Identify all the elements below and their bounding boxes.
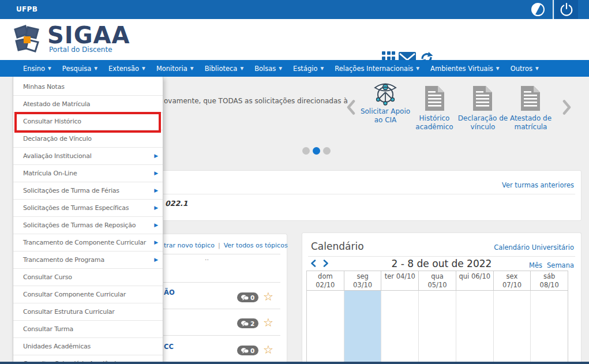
menu-item-consultar-turma[interactable]: Consultar Turma bbox=[13, 321, 163, 338]
menu-item-minhas-notas[interactable]: Minhas Notas bbox=[13, 78, 163, 96]
menu-estagio[interactable]: Estágio▼ bbox=[293, 65, 324, 73]
carousel-dot[interactable] bbox=[302, 147, 310, 155]
institution-label: UFPB bbox=[16, 5, 37, 13]
carousel-dot-active[interactable] bbox=[313, 147, 320, 155]
calendar-day-cell[interactable] bbox=[419, 291, 456, 363]
menu-outros[interactable]: Outros▼ bbox=[511, 65, 539, 73]
calendar-title: Calendário bbox=[311, 241, 364, 252]
ensino-dropdown-menu: Minhas Notas Atestado de Matrícula Consu… bbox=[13, 77, 163, 364]
menu-ambientes-virtuais[interactable]: Ambientes Virtuais▼ bbox=[430, 65, 500, 73]
menu-pesquisa[interactable]: Pesquisa▼ bbox=[62, 65, 97, 73]
all-topics-link[interactable]: Ver todos os tópicos bbox=[224, 242, 288, 249]
forum-header-ellipsis: .. bbox=[205, 254, 209, 262]
menu-item-consultar-componente-curricular[interactable]: Consultar Componente Curricular bbox=[13, 286, 163, 303]
menu-monitoria[interactable]: Monitoria▼ bbox=[156, 65, 194, 73]
calendar-day-header[interactable]: sex07/10 bbox=[494, 271, 531, 291]
chevron-down-icon: ▼ bbox=[496, 66, 500, 71]
quick-access-solicitar-apoio-cia[interactable]: Solicitar Apoioao CIA bbox=[359, 107, 411, 125]
chevron-down-icon: ▼ bbox=[535, 66, 539, 71]
replies-badge: 2 bbox=[237, 318, 258, 328]
divider bbox=[308, 256, 575, 257]
chat-bubble-icon bbox=[241, 348, 249, 354]
quick-access-atestado-matricula[interactable]: Atestado dematrícula bbox=[504, 114, 557, 132]
forum-topic-title-fragment[interactable]: CC bbox=[164, 343, 174, 351]
submenu-arrow-icon: ▶ bbox=[154, 182, 158, 199]
contrast-toggle-button[interactable] bbox=[524, 0, 552, 19]
calendar-week-table: dom02/10 seg03/10 ter 04/10 qua05/10 qui… bbox=[306, 271, 568, 363]
menu-item-unidades-academicas[interactable]: Unidades Acadêmicas bbox=[13, 338, 163, 355]
menu-item-trancamento-componente-curricular[interactable]: Trancamento de Componente Curricular▶ bbox=[13, 234, 163, 252]
star-icon[interactable]: ☆ bbox=[263, 344, 273, 355]
semester-label-fragment: 022.1 bbox=[165, 199, 188, 208]
chevron-down-icon: ▼ bbox=[94, 66, 97, 71]
chat-bubble-icon bbox=[241, 295, 249, 301]
menu-extensao[interactable]: Extensão▼ bbox=[108, 65, 145, 73]
calendar-day-header[interactable]: dom02/10 bbox=[307, 271, 344, 291]
header: SIGAA Portal do Discente bbox=[0, 19, 589, 60]
document-icon[interactable] bbox=[425, 86, 444, 111]
menu-ensino[interactable]: Ensino▼ bbox=[23, 65, 51, 73]
menu-item-consultar-curso[interactable]: Consultar Curso bbox=[13, 269, 163, 286]
forum-topic-title-fragment[interactable]: ÃO bbox=[164, 288, 175, 297]
calendar-prev-button[interactable] bbox=[310, 260, 316, 267]
menu-relacoes-internacionais[interactable]: Relações Internacionais▼ bbox=[335, 65, 419, 73]
star-icon[interactable]: ☆ bbox=[263, 291, 273, 302]
chevron-left-icon bbox=[347, 100, 355, 115]
replies-badge: 0 bbox=[237, 292, 258, 302]
calendar-nav bbox=[310, 260, 329, 267]
sigaa-portal-page: UFPB bbox=[0, 0, 589, 364]
notice-text-fragment: ovamente, que TODAS as solicitações dire… bbox=[164, 97, 348, 105]
menu-item-solicitacoes-turmas-reposicao[interactable]: Solicitações de Turmas de Reposição▶ bbox=[13, 217, 163, 234]
carousel-next-button[interactable] bbox=[562, 100, 571, 115]
calendario-universitario-link[interactable]: Calendário Universitário bbox=[494, 243, 574, 252]
chat-bubble-icon bbox=[241, 321, 249, 327]
carousel-prev-button[interactable] bbox=[347, 100, 355, 115]
accessibility-icon[interactable] bbox=[372, 80, 399, 107]
chevron-down-icon: ▼ bbox=[142, 66, 145, 71]
ver-turmas-anteriores-link[interactable]: Ver turmas anteriores bbox=[502, 181, 574, 189]
calendar-day-cell[interactable] bbox=[456, 291, 494, 363]
calendar-next-button[interactable] bbox=[323, 260, 329, 267]
chevron-right-icon bbox=[562, 100, 571, 115]
topbar-divider bbox=[553, 0, 554, 19]
carousel-dot[interactable] bbox=[323, 147, 331, 155]
quick-access-historico-academico[interactable]: Históricoacadêmico bbox=[408, 114, 460, 132]
quick-access-declaracao-vinculo[interactable]: Declaração devínculo bbox=[456, 114, 509, 132]
calendar-day-cell[interactable] bbox=[494, 291, 531, 363]
app-title: SIGAA bbox=[47, 22, 130, 48]
star-icon[interactable]: ☆ bbox=[263, 317, 273, 328]
calendar-view-month-link[interactable]: Mês bbox=[529, 261, 542, 269]
menu-item-consultar-historico[interactable]: Consultar Histórico bbox=[13, 113, 163, 130]
top-bar: UFPB bbox=[0, 0, 589, 19]
calendar-day-header[interactable]: qua05/10 bbox=[419, 271, 456, 291]
calendar-day-header[interactable]: ter 04/10 bbox=[381, 271, 419, 291]
calendar-day-header[interactable]: seg03/10 bbox=[344, 271, 382, 291]
menu-bolsas[interactable]: Bolsas▼ bbox=[254, 65, 282, 73]
calendar-day-cell[interactable] bbox=[381, 291, 419, 363]
menu-biblioteca[interactable]: Biblioteca▼ bbox=[205, 65, 244, 73]
menu-item-declaracao-de-vinculo[interactable]: Declaração de Vínculo bbox=[13, 130, 163, 148]
replies-badge: 0 bbox=[237, 346, 258, 355]
calendar-day-cell[interactable] bbox=[307, 291, 344, 363]
document-icon[interactable] bbox=[521, 86, 540, 111]
menu-item-trancamento-de-programa[interactable]: Trancamento de Programa▶ bbox=[13, 252, 163, 269]
calendar-panel: Calendário Calendário Universitário 2 - … bbox=[302, 232, 582, 364]
menu-item-matricula-on-line[interactable]: Matrícula On-Line▶ bbox=[13, 165, 163, 182]
submenu-arrow-icon: ▶ bbox=[154, 234, 158, 251]
calendar-day-cell[interactable] bbox=[531, 291, 568, 363]
carousel-dots bbox=[302, 147, 331, 155]
calendar-day-cell-highlighted[interactable] bbox=[344, 291, 382, 363]
chevron-down-icon: ▼ bbox=[240, 66, 243, 71]
submenu-arrow-icon: ▶ bbox=[154, 165, 158, 182]
logout-button[interactable] bbox=[555, 0, 578, 19]
menu-item-consultar-estrutura-curricular[interactable]: Consultar Estrutura Curricular bbox=[13, 303, 163, 321]
calendar-day-header[interactable]: qui 06/10 bbox=[456, 271, 494, 291]
document-icon[interactable] bbox=[473, 86, 492, 111]
menu-item-solicitacoes-turma-ferias[interactable]: Solicitações de Turma de Férias▶ bbox=[13, 182, 163, 200]
calendar-day-header[interactable]: sáb08/10 bbox=[531, 271, 568, 291]
menu-item-atestado-de-matricula[interactable]: Atestado de Matrícula bbox=[13, 96, 163, 113]
menu-item-solicitacoes-turmas-especificas[interactable]: Solicitações de Turmas Específicas▶ bbox=[13, 200, 163, 217]
new-topic-link-fragment[interactable]: trar novo tópico bbox=[164, 242, 215, 249]
calendar-view-week-link[interactable]: Semana bbox=[547, 261, 574, 269]
menu-item-avaliacao-institucional[interactable]: Avaliação Institucional▶ bbox=[13, 148, 163, 165]
